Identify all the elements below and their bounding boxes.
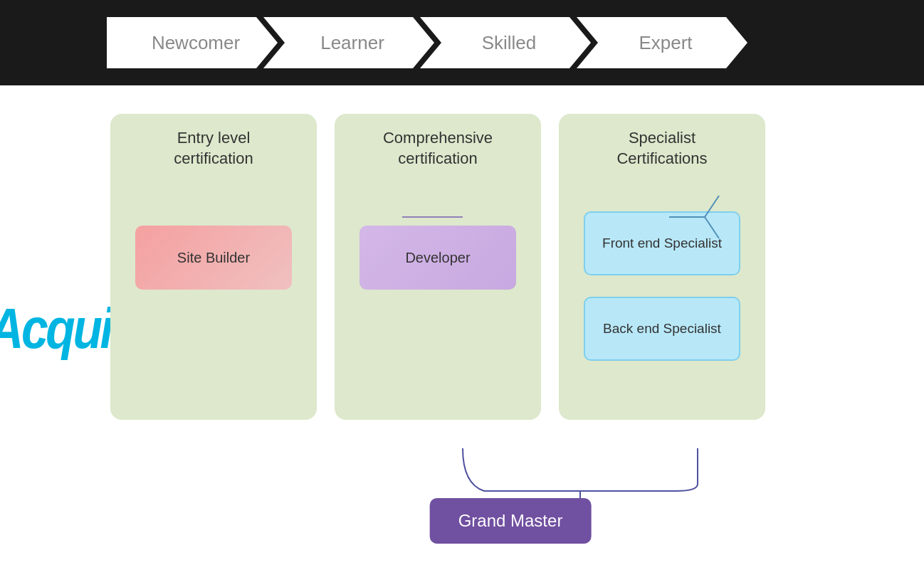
front-end-specialist-label: Front end Specialist	[602, 236, 722, 251]
site-builder-label: Site Builder	[177, 250, 250, 266]
specialist-cert-box: SpecialistCertifications Front end Speci…	[559, 114, 765, 420]
arrow-container: Newcomer Learner Skilled Expert	[107, 17, 747, 68]
site-builder-box: Site Builder	[135, 226, 292, 290]
developer-label: Developer	[405, 250, 470, 266]
cert-area: Entry levelcertification Site Builder Co…	[110, 107, 910, 551]
skilled-label: Skilled	[475, 32, 537, 54]
learner-label: Learner	[313, 32, 384, 54]
back-end-specialist-label: Back end Specialist	[603, 321, 721, 337]
specialist-cert-title: SpecialistCertifications	[616, 128, 707, 169]
entry-cert-box: Entry levelcertification Site Builder	[110, 114, 317, 420]
main-content: Acquia Entry levelcertification Site Bui…	[0, 85, 924, 565]
newcomer-label: Newcomer	[145, 32, 240, 54]
front-end-specialist-box: Front end Specialist	[584, 211, 740, 275]
logo-area: Acquia	[14, 107, 110, 551]
comprehensive-cert-box: Comprehensivecertification Developer	[335, 114, 541, 420]
developer-box: Developer	[359, 226, 516, 290]
grand-master-label: Grand Master	[458, 511, 563, 530]
arrow-learner: Learner	[263, 17, 434, 68]
specialist-items: Front end Specialist Back end Specialist	[584, 204, 740, 361]
expert-label: Expert	[631, 32, 692, 54]
arrow-expert: Expert	[577, 17, 747, 68]
comprehensive-cert-title: Comprehensivecertification	[383, 128, 493, 169]
back-end-specialist-box: Back end Specialist	[584, 297, 740, 361]
arrow-skilled: Skilled	[420, 17, 591, 68]
arrow-newcomer: Newcomer	[107, 17, 278, 68]
top-bar: Newcomer Learner Skilled Expert	[0, 0, 924, 85]
entry-cert-title: Entry levelcertification	[174, 128, 253, 169]
grand-master-area: Grand Master	[430, 498, 592, 544]
grand-master-box: Grand Master	[430, 498, 592, 544]
